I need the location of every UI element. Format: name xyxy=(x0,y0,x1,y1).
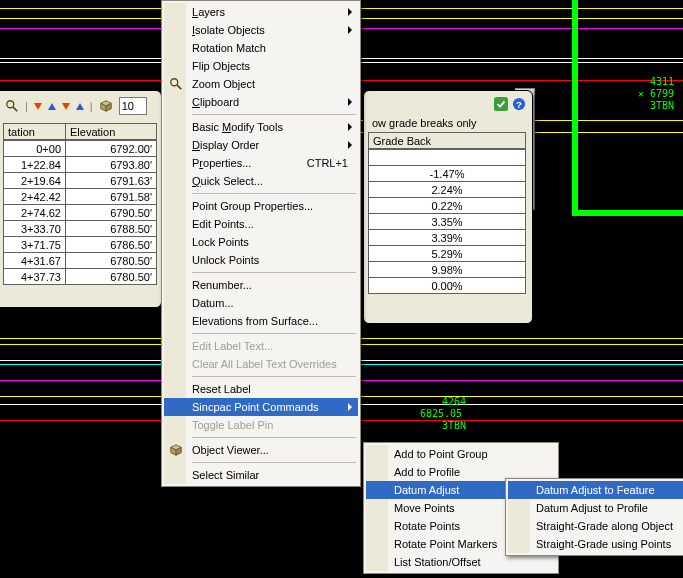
menu-item-label: Add to Profile xyxy=(394,466,460,478)
menu-item-label: Toggle Label Pin xyxy=(192,419,273,431)
table-row[interactable]: 2+19.646791.63' xyxy=(4,173,157,189)
menu-item-label: Elevations from Surface... xyxy=(192,315,318,327)
menu-item-rotation-match[interactable]: Rotation Match xyxy=(164,39,358,57)
cell-elevation: 6793.80' xyxy=(66,157,157,173)
arrow-up-icon[interactable] xyxy=(76,103,84,110)
cad-label: 4264 xyxy=(442,396,466,407)
table-row[interactable]: 3.35% xyxy=(369,214,526,230)
context-menu-main: LayersIsolate ObjectsRotation MatchFlip … xyxy=(161,0,361,487)
menu-item-quick-select[interactable]: Quick Select... xyxy=(164,172,358,190)
menu-item-isolate-objects[interactable]: Isolate Objects xyxy=(164,21,358,39)
menu-item-reset-label[interactable]: Reset Label xyxy=(164,380,358,398)
cell-elevation: 6786.50' xyxy=(66,237,157,253)
menu-item-label: List Station/Offset xyxy=(394,556,481,568)
menu-item-label: Select Similar xyxy=(192,469,259,481)
cell-station: 2+42.42 xyxy=(4,189,66,205)
cell-station: 4+31.67 xyxy=(4,253,66,269)
cell-station: 3+71.75 xyxy=(4,237,66,253)
menu-item-datum-adjust-to-feature[interactable]: Datum Adjust to Feature xyxy=(508,481,683,499)
col-header-gradeback[interactable]: Grade Back xyxy=(369,133,526,149)
menu-item-datum-adjust-to-profile[interactable]: Datum Adjust to Profile xyxy=(508,499,683,517)
table-row[interactable]: 0.00% xyxy=(369,278,526,294)
table-row[interactable]: 3+33.706788.50' xyxy=(4,221,157,237)
cell-elevation: 6791.63' xyxy=(66,173,157,189)
menu-item-basic-modify-tools[interactable]: Basic Modify Tools xyxy=(164,118,358,136)
table-row[interactable]: 9.98% xyxy=(369,262,526,278)
menu-item-label: Clear All Label Text Overrides xyxy=(192,358,337,370)
cad-label: 4311 xyxy=(650,76,674,87)
accept-icon[interactable] xyxy=(494,97,508,111)
menu-item-properties[interactable]: Properties...CTRL+1 xyxy=(164,154,358,172)
menu-item-label: Straight-Grade along Object xyxy=(536,520,673,532)
svg-point-3 xyxy=(7,101,14,108)
menu-item-label: Renumber... xyxy=(192,279,252,291)
menu-item-label: Unlock Points xyxy=(192,254,259,266)
menu-item-sincpac-point-commands[interactable]: Sincpac Point Commands xyxy=(164,398,358,416)
table-row[interactable]: -1.47% xyxy=(369,166,526,182)
table-row[interactable]: 5.29% xyxy=(369,246,526,262)
grade-back-table: Grade Back xyxy=(368,132,526,149)
table-row[interactable]: 1+22.846793.80' xyxy=(4,157,157,173)
menu-item-straight-grade-using-points[interactable]: Straight-Grade using Points xyxy=(508,535,683,553)
cad-label: 3TBN xyxy=(442,420,466,431)
menu-item-flip-objects[interactable]: Flip Objects xyxy=(164,57,358,75)
table-row[interactable] xyxy=(369,150,526,166)
menu-item-straight-grade-along-object[interactable]: Straight-Grade along Object xyxy=(508,517,683,535)
menu-item-label: Lock Points xyxy=(192,236,249,248)
toolbar-value-input[interactable] xyxy=(119,97,147,115)
cell-gradeback: 9.98% xyxy=(369,262,526,278)
menu-item-unlock-points[interactable]: Unlock Points xyxy=(164,251,358,269)
table-row[interactable]: 4+37.736780.50' xyxy=(4,269,157,285)
arrow-down-icon[interactable] xyxy=(34,103,42,110)
panel-toolbar: | | xyxy=(3,95,157,117)
cell-station: 2+74.62 xyxy=(4,205,66,221)
chevron-right-icon xyxy=(348,8,352,16)
cell-gradeback: 2.24% xyxy=(369,182,526,198)
menu-item-object-viewer[interactable]: Object Viewer... xyxy=(164,441,358,459)
menu-item-toggle-label-pin: Toggle Label Pin xyxy=(164,416,358,434)
menu-item-elevations-from-surface[interactable]: Elevations from Surface... xyxy=(164,312,358,330)
menu-item-lock-points[interactable]: Lock Points xyxy=(164,233,358,251)
cell-elevation: 6792.00' xyxy=(66,141,157,157)
menu-separator xyxy=(192,376,356,377)
menu-item-renumber[interactable]: Renumber... xyxy=(164,276,358,294)
col-header-station[interactable]: tation xyxy=(4,124,66,140)
arrow-down-icon[interactable] xyxy=(62,103,70,110)
table-row[interactable]: 0+006792.00' xyxy=(4,141,157,157)
cad-label: 3TBN xyxy=(650,100,674,111)
menu-item-label: Flip Objects xyxy=(192,60,250,72)
table-row[interactable]: 3.39% xyxy=(369,230,526,246)
table-row[interactable]: 2+42.426791.58' xyxy=(4,189,157,205)
menu-item-layers[interactable]: Layers xyxy=(164,3,358,21)
menu-item-add-to-point-group[interactable]: Add to Point Group xyxy=(366,445,556,463)
menu-item-label: Reset Label xyxy=(192,383,251,395)
table-row[interactable]: 0.22% xyxy=(369,198,526,214)
menu-item-select-similar[interactable]: Select Similar xyxy=(164,466,358,484)
menu-item-display-order[interactable]: Display Order xyxy=(164,136,358,154)
menu-item-edit-label-text: Edit Label Text... xyxy=(164,337,358,355)
menu-item-label: Datum... xyxy=(192,297,234,309)
menu-item-datum[interactable]: Datum... xyxy=(164,294,358,312)
menu-item-point-group-properties[interactable]: Point Group Properties... xyxy=(164,197,358,215)
svg-point-8 xyxy=(171,79,178,86)
table-row[interactable]: 3+71.756786.50' xyxy=(4,237,157,253)
help-icon[interactable]: ? xyxy=(512,97,526,111)
col-header-elevation[interactable]: Elevation xyxy=(66,124,157,140)
menu-item-label: Clipboard xyxy=(192,96,239,108)
cell-station: 0+00 xyxy=(4,141,66,157)
table-row[interactable]: 2+74.626790.50' xyxy=(4,205,157,221)
table-row[interactable]: 2.24% xyxy=(369,182,526,198)
cell-gradeback xyxy=(369,150,526,166)
menu-item-zoom-object[interactable]: Zoom Object xyxy=(164,75,358,93)
arrow-up-icon[interactable] xyxy=(48,103,56,110)
cell-elevation: 6790.50' xyxy=(66,205,157,221)
chevron-right-icon xyxy=(348,123,352,131)
cube-icon[interactable] xyxy=(99,99,113,113)
panel-grade-back: ? ow grade breaks only Grade Back -1.47%… xyxy=(363,90,533,324)
menu-item-label: Isolate Objects xyxy=(192,24,265,36)
menu-item-edit-points[interactable]: Edit Points... xyxy=(164,215,358,233)
table-row[interactable]: 4+31.676780.50' xyxy=(4,253,157,269)
cell-elevation: 6791.58' xyxy=(66,189,157,205)
menu-item-clipboard[interactable]: Clipboard xyxy=(164,93,358,111)
zoom-icon[interactable] xyxy=(5,99,19,113)
